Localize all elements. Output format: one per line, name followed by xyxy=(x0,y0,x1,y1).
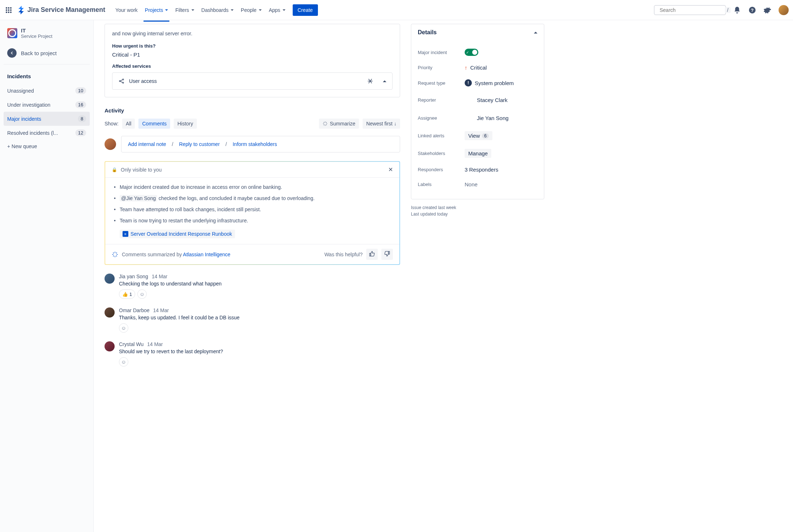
thumbs-down-icon xyxy=(384,251,390,257)
queue-item[interactable]: Major incidents8 xyxy=(4,112,90,126)
content: and now giving internal server error. Ho… xyxy=(105,20,400,521)
labels-value[interactable]: None xyxy=(465,181,537,187)
app-switcher-icon[interactable] xyxy=(4,6,13,14)
ai-summary-box: 🔒 Only visible to you ✕ Major incident c… xyxy=(105,161,400,265)
sort-button[interactable]: Newest first ↓ xyxy=(363,119,400,129)
add-reaction-button[interactable]: ☺ xyxy=(137,289,147,299)
add-reaction-button[interactable]: ☺ xyxy=(119,357,128,367)
search-input[interactable] xyxy=(660,7,723,13)
manage-stakeholders-button[interactable]: Manage xyxy=(465,149,491,158)
nav-projects[interactable]: Projects xyxy=(142,4,171,17)
ticket-description-box: and now giving internal server error. Ho… xyxy=(105,24,400,97)
back-to-project[interactable]: Back to project xyxy=(4,45,90,61)
composer-box[interactable]: Add internal note / Reply to customer / … xyxy=(121,136,400,152)
atlassian-intelligence-link[interactable]: Atlassian Intelligence xyxy=(183,252,231,257)
inform-stakeholders[interactable]: Inform stakeholders xyxy=(232,141,277,147)
svg-text:?: ? xyxy=(751,7,754,13)
lock-icon: 🔒 xyxy=(112,167,117,172)
ai-summary-footer: Comments summarized by Atlassian Intelli… xyxy=(105,244,399,264)
chevron-down-icon xyxy=(283,9,285,11)
mention[interactable]: @Jie Yan Song xyxy=(120,195,157,201)
reaction[interactable]: 👍 1 xyxy=(119,289,135,299)
comment-date: 14 Mar xyxy=(152,274,168,279)
request-type-value[interactable]: ! System problem xyxy=(465,79,537,87)
helpful-label: Was this helpful? xyxy=(324,252,363,257)
tab-history[interactable]: History xyxy=(174,119,197,129)
runbook-link[interactable]: ≡ Server Overload Incident Response Runb… xyxy=(120,230,235,238)
queue-count: 8 xyxy=(78,115,86,122)
tab-all[interactable]: All xyxy=(122,119,135,129)
graph-icon[interactable] xyxy=(367,78,373,84)
service-name: User access xyxy=(129,78,157,84)
comment-date: 14 Mar xyxy=(147,341,163,347)
create-button[interactable]: Create xyxy=(293,4,318,16)
arrow-down-icon: ↓ xyxy=(394,121,396,127)
responders-value[interactable]: 3 Responders xyxy=(465,167,537,173)
chevron-down-icon xyxy=(165,9,168,11)
queue-label: Under investigation xyxy=(7,102,50,108)
alerts-count: 6 xyxy=(482,133,489,138)
queue-item[interactable]: Resolved incidents (l...12 xyxy=(4,126,90,140)
labels-label: Labels xyxy=(418,182,465,187)
queues-heading: Incidents xyxy=(4,70,90,84)
slash-shortcut: / xyxy=(725,7,731,13)
notifications-icon[interactable] xyxy=(733,6,741,14)
summarize-button[interactable]: Summarize xyxy=(319,119,359,129)
nav-dashboards[interactable]: Dashboards xyxy=(199,4,237,17)
service-icon xyxy=(118,78,125,84)
urgency-value: Critical - P1 xyxy=(112,52,393,58)
reporter-value[interactable]: Stacey Clark xyxy=(465,95,537,105)
svg-point-4 xyxy=(119,81,120,82)
priority-value[interactable]: ↑ Critical xyxy=(465,65,537,71)
chevron-up-icon xyxy=(534,32,537,34)
assignee-value[interactable]: Jie Yan Song xyxy=(465,113,537,123)
queue-item[interactable]: Unassigned10 xyxy=(4,84,90,98)
search-box[interactable]: / xyxy=(654,5,726,15)
add-reaction-button[interactable]: ☺ xyxy=(119,323,128,333)
details-header[interactable]: Details xyxy=(411,24,544,41)
comment-avatar xyxy=(105,274,115,284)
nav-filters[interactable]: Filters xyxy=(172,4,197,17)
activity-toolbar: Show: All Comments History Summarize New… xyxy=(105,119,400,129)
new-queue-button[interactable]: + New queue xyxy=(4,140,90,153)
chevron-up-icon[interactable] xyxy=(383,80,386,82)
comment-text: Thanks, keep us updated. I feel it could… xyxy=(119,315,400,320)
tab-comments[interactable]: Comments xyxy=(138,119,170,129)
nav-apps[interactable]: Apps xyxy=(266,4,288,17)
add-internal-note[interactable]: Add internal note xyxy=(128,141,166,147)
svg-point-5 xyxy=(123,79,124,80)
thumbs-down-button[interactable] xyxy=(381,249,393,260)
product-name: Jira Service Management xyxy=(27,6,105,14)
project-icon xyxy=(7,28,17,38)
stakeholders-label: Stakeholders xyxy=(418,151,465,156)
major-incident-toggle[interactable] xyxy=(465,49,478,56)
close-icon[interactable]: ✕ xyxy=(388,166,393,173)
queue-count: 16 xyxy=(75,101,86,108)
nav-your-work[interactable]: Your work xyxy=(112,4,141,17)
current-user-avatar xyxy=(105,138,116,150)
project-name: IT xyxy=(21,27,52,34)
comment: Omar Darboe14 MarThanks, keep us updated… xyxy=(105,307,400,333)
priority-critical-icon: ↑ xyxy=(465,65,468,71)
product-logo[interactable]: Jira Service Management xyxy=(17,6,105,14)
visibility-label: Only visible to you xyxy=(121,167,385,173)
queue-item[interactable]: Under investigation16 xyxy=(4,98,90,112)
nav-people[interactable]: People xyxy=(238,4,265,17)
urgency-question: How urgent is this? xyxy=(112,43,393,49)
comment-date: 14 Mar xyxy=(153,307,169,313)
affected-service-row[interactable]: User access xyxy=(112,72,393,90)
comment-author: Crystal Wu xyxy=(119,341,143,347)
profile-avatar[interactable] xyxy=(779,5,789,15)
queue-label: Resolved incidents (l... xyxy=(7,130,58,136)
project-header[interactable]: IT Service Project xyxy=(4,27,90,45)
ai-bullet: Major incident created due to increase i… xyxy=(114,183,391,191)
thumbs-up-button[interactable] xyxy=(366,249,378,260)
nav-items: Your work Projects Filters Dashboards Pe… xyxy=(112,4,288,17)
view-alerts-button[interactable]: View 6 xyxy=(465,131,492,140)
assignee-avatar xyxy=(465,113,474,123)
help-icon[interactable]: ? xyxy=(748,6,756,14)
ai-summary-header: 🔒 Only visible to you ✕ xyxy=(105,162,399,178)
settings-icon[interactable] xyxy=(763,6,771,14)
reply-to-customer[interactable]: Reply to customer xyxy=(179,141,220,147)
reporter-avatar xyxy=(465,95,474,105)
